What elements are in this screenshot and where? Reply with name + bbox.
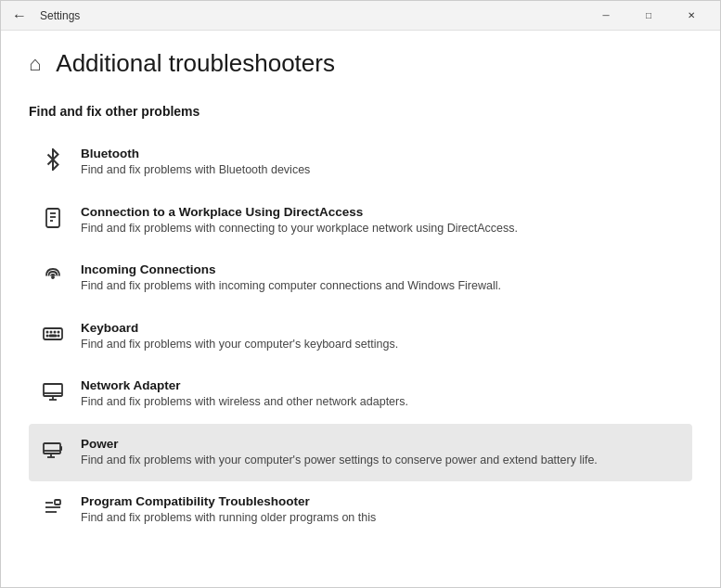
troubleshooter-item-incoming[interactable]: Incoming Connections Find and fix proble… <box>29 249 692 308</box>
maximize-button[interactable]: □ <box>627 1 670 31</box>
troubleshooter-list: Bluetooth Find and fix problems with Blu… <box>29 134 692 540</box>
incoming-text: Incoming Connections Find and fix proble… <box>81 262 501 295</box>
title-bar-left: ← Settings <box>8 7 80 24</box>
svg-rect-17 <box>44 443 60 454</box>
keyboard-title: Keyboard <box>81 321 398 335</box>
compatibility-title: Program Compatibility Troubleshooter <box>81 494 376 508</box>
bluetooth-icon <box>40 148 66 171</box>
directaccess-title: Connection to a Workplace Using DirectAc… <box>81 205 518 219</box>
section-heading: Find and fix other problems <box>29 104 692 119</box>
main-content: ⌂ Additional troubleshooters Find and fi… <box>1 31 720 587</box>
troubleshooter-item-bluetooth[interactable]: Bluetooth Find and fix problems with Blu… <box>29 134 692 192</box>
title-bar-title: Settings <box>40 9 80 22</box>
compatibility-desc: Find and fix problems with running older… <box>81 510 376 527</box>
bluetooth-title: Bluetooth <box>81 147 310 160</box>
page-header: ⌂ Additional troubleshooters <box>29 49 692 78</box>
directaccess-desc: Find and fix problems with connecting to… <box>81 221 518 237</box>
troubleshooter-item-compatibility[interactable]: Program Compatibility Troubleshooter Fin… <box>29 481 692 540</box>
troubleshooter-item-directaccess[interactable]: Connection to a Workplace Using DirectAc… <box>29 192 692 250</box>
power-title: Power <box>81 437 598 451</box>
incoming-icon <box>40 264 66 287</box>
svg-rect-5 <box>44 328 62 339</box>
troubleshooter-item-network[interactable]: Network Adapter Find and fix problems wi… <box>29 365 692 424</box>
incoming-desc: Find and fix problems with incoming comp… <box>81 278 501 295</box>
directaccess-text: Connection to a Workplace Using DirectAc… <box>81 205 518 237</box>
svg-rect-25 <box>55 500 60 505</box>
svg-rect-13 <box>44 384 62 396</box>
close-button[interactable]: ✕ <box>670 1 713 31</box>
network-desc: Find and fix problems with wireless and … <box>81 394 408 411</box>
back-button[interactable]: ← <box>8 7 31 24</box>
title-bar-controls: ─ □ ✕ <box>585 1 713 31</box>
network-text: Network Adapter Find and fix problems wi… <box>81 378 408 411</box>
incoming-title: Incoming Connections <box>81 262 501 276</box>
power-text: Power Find and fix problems with your co… <box>81 437 598 469</box>
keyboard-text: Keyboard Find and fix problems with your… <box>81 321 398 353</box>
home-icon[interactable]: ⌂ <box>29 52 41 76</box>
svg-point-4 <box>52 276 54 278</box>
network-icon <box>40 380 66 403</box>
bluetooth-text: Bluetooth Find and fix problems with Blu… <box>81 147 310 179</box>
power-icon <box>40 439 66 461</box>
settings-window: ← Settings ─ □ ✕ ⌂ Additional troublesho… <box>0 0 721 588</box>
compatibility-icon <box>40 496 66 518</box>
title-bar: ← Settings ─ □ ✕ <box>1 1 720 31</box>
keyboard-desc: Find and fix problems with your computer… <box>81 337 398 353</box>
minimize-button[interactable]: ─ <box>585 1 627 31</box>
network-title: Network Adapter <box>81 378 408 392</box>
directaccess-icon <box>40 207 66 229</box>
troubleshooter-item-power[interactable]: Power Find and fix problems with your co… <box>29 424 692 482</box>
page-title: Additional troubleshooters <box>56 49 335 78</box>
compatibility-text: Program Compatibility Troubleshooter Fin… <box>81 494 376 527</box>
svg-rect-21 <box>60 446 62 451</box>
bluetooth-desc: Find and fix problems with Bluetooth dev… <box>81 162 310 179</box>
troubleshooter-item-keyboard[interactable]: Keyboard Find and fix problems with your… <box>29 308 692 366</box>
keyboard-icon <box>40 323 66 345</box>
svg-rect-0 <box>46 209 59 227</box>
power-desc: Find and fix problems with your computer… <box>81 453 598 469</box>
